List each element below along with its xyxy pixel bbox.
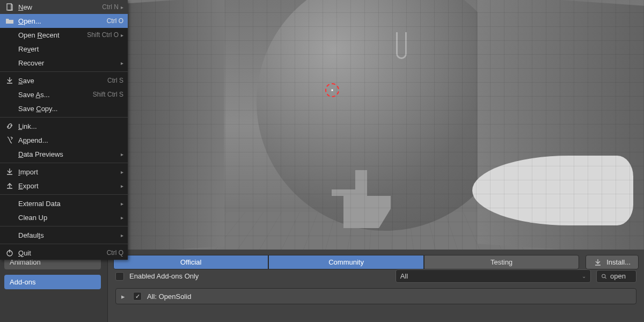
submenu-arrow-icon: ▸ (121, 201, 123, 207)
menu-shortcut: Shift Ctrl S (93, 91, 123, 98)
folder-open-icon (4, 17, 15, 25)
blank-icon (4, 231, 15, 239)
menu-label: Quit (18, 249, 107, 257)
menu-item-save-copy[interactable]: Save Copy... (0, 101, 128, 115)
install-label: Install... (606, 258, 631, 266)
blank-icon (4, 150, 15, 158)
preferences-panel: AnimationAdd-ons OfficialCommunityTestin… (0, 250, 644, 322)
tab-testing[interactable]: Testing (424, 255, 579, 269)
preferences-main: OfficialCommunityTestingInstall... Enabl… (107, 250, 644, 322)
file-menu: NewCtrl N▸Open...Ctrl OOpen RecentShift … (0, 0, 128, 260)
blank-icon (4, 31, 15, 39)
menu-separator (0, 71, 128, 72)
power-icon (4, 248, 15, 257)
download-icon (594, 258, 602, 267)
submenu-arrow-icon: ▸ (121, 183, 123, 189)
menu-label: Export (18, 182, 119, 190)
install-button[interactable]: Install... (586, 255, 639, 269)
addon-category-dropdown[interactable]: All ⌄ (396, 269, 591, 283)
submenu-arrow-icon: ▸ (121, 169, 123, 175)
menu-item-save-as[interactable]: Save As...Shift Ctrl S (0, 87, 128, 101)
submenu-arrow-icon: ▸ (121, 32, 123, 38)
menu-item-revert[interactable]: Revert (0, 42, 128, 56)
menu-item-recover[interactable]: Recover▸ (0, 56, 128, 70)
menu-item-quit[interactable]: QuitCtrl Q (0, 246, 128, 260)
sidebar-item-add-ons[interactable]: Add-ons (4, 275, 101, 289)
menu-item-open-recent[interactable]: Open RecentShift Ctrl O▸ (0, 28, 128, 42)
export-icon (4, 181, 15, 190)
menu-shortcut: Ctrl Q (107, 249, 123, 257)
menu-label: Clean Up (18, 214, 119, 222)
append-icon (4, 136, 15, 144)
menu-label: Open Recent (18, 31, 87, 39)
menu-label: Link... (18, 122, 123, 130)
import-icon (4, 167, 15, 176)
blank-icon (4, 104, 15, 113)
submenu-arrow-icon: ▸ (121, 215, 123, 221)
search-icon (601, 272, 607, 281)
menu-shortcut: Ctrl N (102, 3, 119, 11)
menu-item-open[interactable]: Open...Ctrl O (0, 14, 128, 28)
menu-label: Save (18, 77, 107, 85)
addon-label: All: OpenSolid (147, 292, 191, 301)
menu-item-link[interactable]: Link... (0, 119, 128, 133)
menu-label: Append... (18, 136, 123, 144)
disclosure-triangle-icon[interactable]: ▸ (121, 292, 128, 301)
submenu-arrow-icon: ▸ (121, 60, 123, 66)
menu-item-new[interactable]: NewCtrl N▸ (0, 0, 128, 14)
blank-icon (4, 213, 15, 222)
addon-search-input[interactable] (596, 270, 636, 283)
document-new-icon (4, 3, 15, 11)
menu-item-defaults[interactable]: Defaults▸ (0, 228, 128, 242)
addon-source-tabs: OfficialCommunityTestingInstall... (108, 250, 644, 269)
search-field[interactable] (610, 272, 632, 280)
svg-rect-0 (7, 4, 11, 10)
menu-item-save[interactable]: SaveCtrl S (0, 74, 128, 87)
save-icon (4, 76, 15, 85)
menu-item-export[interactable]: Export▸ (0, 179, 128, 193)
viewport-scene (128, 0, 644, 250)
addon-enable-checkbox[interactable] (133, 292, 142, 301)
viewport-3d[interactable] (128, 0, 644, 250)
menu-label: Data Previews (18, 150, 119, 158)
menu-item-clean-up[interactable]: Clean Up▸ (0, 210, 128, 224)
menu-item-append[interactable]: Append... (0, 133, 128, 147)
blank-icon (4, 45, 15, 53)
enabled-only-label: Enabled Add-ons Only (129, 272, 199, 280)
blank-icon (4, 90, 15, 99)
submenu-arrow-icon: ▸ (121, 232, 123, 238)
menu-item-external-data[interactable]: External Data▸ (0, 196, 128, 210)
menu-item-import[interactable]: Import▸ (0, 165, 128, 179)
menu-shortcut: Shift Ctrl O (87, 31, 119, 39)
svg-point-3 (602, 274, 605, 277)
menu-separator (0, 226, 128, 226)
addon-filter-row: Enabled Add-ons Only All ⌄ (108, 269, 644, 288)
menu-label: New (18, 3, 102, 11)
wireframe-overlay (128, 0, 644, 250)
tab-community[interactable]: Community (268, 255, 423, 269)
addon-list-item[interactable]: ▸ All: OpenSolid (115, 288, 636, 304)
link-icon (4, 122, 15, 130)
menu-label: Import (18, 168, 119, 176)
svg-line-4 (605, 277, 606, 278)
dropdown-value: All (400, 272, 408, 280)
menu-separator (0, 117, 128, 118)
menu-label: Defaults (18, 231, 119, 239)
cursor-3d-icon (325, 83, 339, 97)
enabled-only-checkbox[interactable] (115, 272, 124, 281)
menu-label: Save Copy... (18, 105, 123, 113)
tab-official[interactable]: Official (113, 255, 268, 269)
menu-item-data-previews[interactable]: Data Previews▸ (0, 147, 128, 161)
submenu-arrow-icon: ▸ (121, 151, 123, 157)
submenu-arrow-icon: ▸ (121, 4, 123, 10)
menu-shortcut: Ctrl S (107, 77, 123, 84)
menu-label: External Data (18, 200, 119, 208)
menu-separator (0, 163, 128, 163)
menu-label: Revert (18, 45, 123, 53)
menu-label: Recover (18, 59, 119, 67)
menu-shortcut: Ctrl O (107, 17, 123, 25)
blank-icon (4, 58, 15, 67)
chevron-down-icon: ⌄ (582, 273, 586, 279)
menu-separator (0, 244, 128, 244)
menu-separator (0, 194, 128, 195)
